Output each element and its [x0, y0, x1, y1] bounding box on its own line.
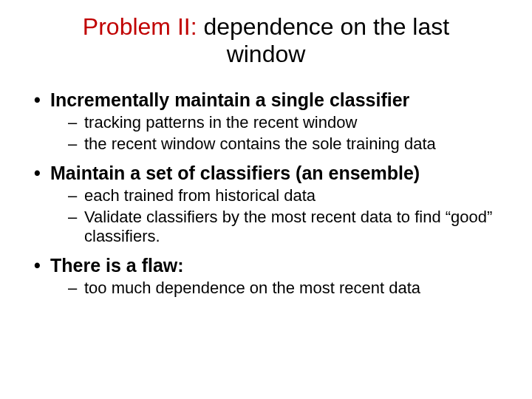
- bullet-text: There is a flaw:: [50, 255, 184, 276]
- slide: Problem II: dependence on the last windo…: [0, 0, 532, 399]
- sub-list: tracking patterns in the recent window t…: [50, 113, 502, 154]
- title-rest: dependence on the last window: [197, 13, 450, 67]
- bullet-text: Maintain a set of classifiers (an ensemb…: [50, 163, 420, 183]
- title-highlight: Problem II:: [83, 13, 197, 40]
- sub-item: tracking patterns in the recent window: [68, 113, 502, 133]
- slide-title: Problem II: dependence on the last windo…: [30, 13, 502, 68]
- bullet-item: There is a flaw: too much dependence on …: [30, 254, 502, 299]
- bullet-text: Incrementally maintain a single classifi…: [50, 89, 409, 110]
- sub-item: the recent window contains the sole trai…: [68, 134, 502, 154]
- bullet-list: Incrementally maintain a single classifi…: [30, 89, 502, 299]
- bullet-item: Incrementally maintain a single classifi…: [30, 89, 502, 154]
- sub-item: Validate classifiers by the most recent …: [68, 208, 502, 248]
- sub-list: each trained from historical data Valida…: [50, 186, 502, 247]
- bullet-item: Maintain a set of classifiers (an ensemb…: [30, 162, 502, 248]
- sub-item: each trained from historical data: [68, 186, 502, 206]
- sub-list: too much dependence on the most recent d…: [50, 279, 502, 299]
- sub-item: too much dependence on the most recent d…: [68, 279, 502, 299]
